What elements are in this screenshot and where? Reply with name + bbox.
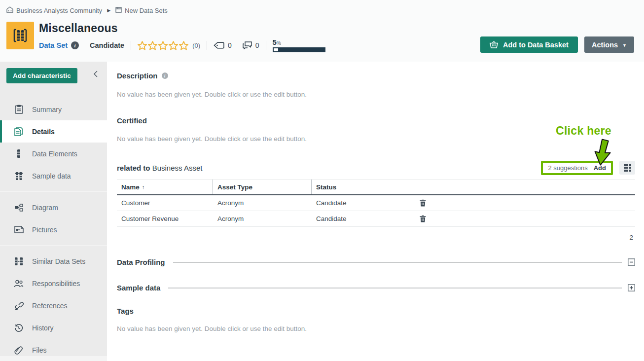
tag-icon — [214, 42, 224, 49]
description-section-heading: Description i — [117, 62, 635, 80]
relation-title-type: Business Asset — [152, 164, 203, 172]
grid-icon — [624, 164, 631, 172]
sidebar-item-label: Summary — [32, 106, 62, 113]
expand-sample-data-button[interactable] — [628, 284, 635, 291]
tags-title: Tags — [117, 307, 134, 315]
sample-data-section: Sample data — [117, 284, 635, 292]
add-to-data-basket-button[interactable]: Add to Data Basket — [480, 36, 578, 53]
tags-placeholder[interactable]: No value has been given yet. Double clic… — [117, 325, 635, 332]
sidebar-divider — [0, 191, 107, 192]
column-header-asset-type[interactable]: Asset Type — [213, 180, 312, 194]
rating-stars[interactable] — [138, 41, 188, 50]
paperclip-icon — [14, 346, 24, 355]
meta-divider — [131, 41, 131, 50]
click-here-annotation: Click here — [556, 124, 611, 138]
add-characteristic-button[interactable]: Add characteristic — [6, 68, 77, 83]
sidebar-item-label: Diagram — [32, 204, 58, 212]
description-title: Description — [117, 72, 158, 80]
chevron-down-icon: ▼ — [622, 43, 627, 48]
sidebar-item-sample-data[interactable]: Sample data — [0, 165, 107, 187]
meta-divider — [207, 41, 207, 50]
sidebar-item-label: Data Elements — [32, 150, 77, 158]
asset-header-row: Miscellaneous Data Set i Candidate (0) 0 — [6, 22, 634, 53]
completeness-value: 5 — [273, 38, 277, 46]
sidebar-item-data-elements[interactable]: Data Elements — [0, 143, 107, 165]
sidebar-item-label: Files — [32, 346, 47, 354]
completeness-bar — [273, 47, 325, 52]
comments-count: 0 — [255, 41, 259, 49]
cell-name[interactable]: Customer — [117, 199, 213, 207]
asset-type-link[interactable]: Data Set — [39, 41, 68, 49]
status-badge: Candidate — [90, 41, 124, 49]
page-header: Business Analysts Community ▶ New Data S… — [0, 0, 644, 62]
relation-result-count: 2 — [117, 234, 635, 241]
star-icon — [158, 41, 168, 50]
sidebar-bottom-strip — [0, 356, 107, 361]
section-rule — [173, 262, 622, 263]
column-icon — [14, 149, 24, 158]
cell-status: Candidate — [312, 215, 411, 222]
trash-icon — [420, 199, 426, 207]
data-set-asset-icon — [6, 22, 34, 49]
cell-name[interactable]: Customer Revenue — [117, 215, 213, 222]
sidebar-item-similar-data-sets[interactable]: Similar Data Sets — [0, 250, 107, 272]
suggestions-count-label[interactable]: 2 suggestions — [548, 164, 587, 172]
description-info-icon[interactable]: i — [162, 72, 168, 79]
meta-divider — [266, 41, 266, 50]
basket-icon — [490, 41, 498, 48]
sort-asc-icon: ↑ — [142, 184, 145, 190]
rating-count: (0) — [192, 42, 200, 49]
completeness-indicator: 5% — [273, 38, 325, 52]
collapse-data-profiling-button[interactable] — [628, 258, 635, 266]
table-row: Customer Revenue Acronym Candidate — [117, 211, 635, 227]
sidebar-item-history[interactable]: History — [0, 317, 107, 339]
page-title: Miscellaneous — [39, 22, 325, 35]
trash-icon — [420, 215, 426, 222]
star-icon — [179, 41, 188, 50]
sidebar-item-summary[interactable]: Summary — [0, 98, 107, 120]
sidebar-item-diagram[interactable]: Diagram — [0, 196, 107, 218]
star-icon — [138, 41, 147, 50]
tags-section-heading: Tags — [117, 307, 635, 315]
sidebar-item-references[interactable]: References — [0, 294, 107, 317]
cell-status: Candidate — [312, 199, 411, 207]
breadcrumb-community-label: Business Analysts Community — [16, 7, 102, 14]
sidebar-item-responsibilities[interactable]: Responsibilities — [0, 272, 107, 294]
table-view-options-button[interactable] — [619, 161, 635, 175]
history-icon — [14, 324, 24, 332]
sidebar-item-label: Similar Data Sets — [32, 257, 85, 265]
actions-button[interactable]: Actions ▼ — [584, 36, 634, 53]
tags-count: 0 — [228, 41, 232, 49]
breadcrumb-domain-label: New Data Sets — [125, 7, 168, 14]
relation-section-header: related to Business Asset 2 suggestions … — [117, 160, 635, 175]
documents-icon — [14, 127, 24, 136]
column-header-status[interactable]: Status — [312, 180, 411, 194]
breadcrumb-community-link[interactable]: Business Analysts Community — [6, 6, 102, 14]
chevron-left-icon — [93, 70, 99, 78]
description-placeholder[interactable]: No value has been given yet. Double clic… — [117, 91, 635, 98]
relations-table: Name↑ Asset Type Status Customer Acronym… — [117, 179, 635, 227]
sidebar-collapse-button[interactable] — [90, 69, 101, 80]
table-row: Customer Acronym Candidate — [117, 195, 635, 211]
sidebar-item-pictures[interactable]: Pictures — [0, 218, 107, 241]
relation-title-bold: related to — [117, 164, 150, 172]
delete-relation-button[interactable] — [419, 198, 427, 208]
table-header-row: Name↑ Asset Type Status — [117, 180, 635, 195]
clipboard-icon — [14, 105, 24, 114]
sidebar-item-details[interactable]: Details — [0, 120, 107, 143]
breadcrumb-domain-link[interactable]: New Data Sets — [115, 7, 168, 14]
actions-label: Actions — [592, 41, 618, 49]
section-rule — [168, 288, 622, 289]
completeness-fill — [274, 48, 278, 51]
sidebar-item-label: Details — [32, 128, 55, 136]
delete-relation-button[interactable] — [419, 214, 427, 223]
star-icon — [148, 41, 157, 50]
tags-count-group[interactable]: 0 — [214, 41, 232, 49]
sample-data-icon — [14, 172, 24, 180]
sidebar: Add characteristic Summary Details Data … — [0, 62, 107, 361]
asset-type-info-icon[interactable]: i — [71, 41, 79, 49]
community-icon — [6, 6, 13, 14]
data-profiling-section: Data Profiling — [117, 258, 635, 266]
column-header-name[interactable]: Name↑ — [117, 180, 213, 194]
comments-count-group[interactable]: 0 — [243, 41, 259, 49]
